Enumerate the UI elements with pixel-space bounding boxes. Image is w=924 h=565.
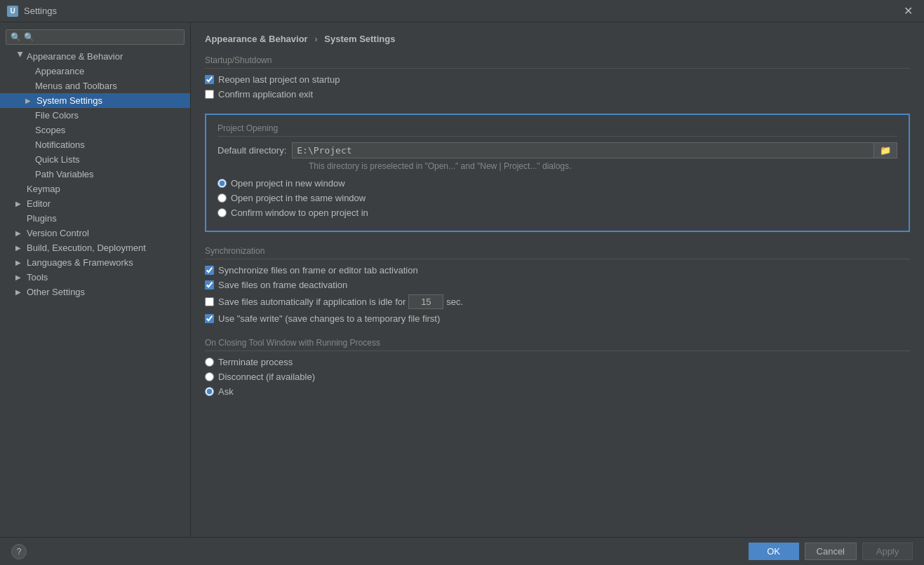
default-dir-label: Default directory: <box>217 145 286 156</box>
default-dir-input[interactable] <box>292 142 874 158</box>
sidebar-item-system-settings[interactable]: ▶ System Settings <box>0 93 190 108</box>
expand-arrow-icon: ▶ <box>17 52 25 62</box>
breadcrumb-separator: › <box>314 34 317 44</box>
sidebar-item-label: Build, Execution, Deployment <box>27 243 146 253</box>
sidebar-item-label: Quick Lists <box>35 154 80 165</box>
reopen-project-row: Reopen last project on startup <box>205 74 910 85</box>
open-new-window-label: Open project in new window <box>231 178 345 189</box>
expand-arrow-icon: ▶ <box>15 288 25 296</box>
sidebar-item-quick-lists[interactable]: Quick Lists <box>0 152 190 167</box>
save-idle-row: Save files automatically if application … <box>205 294 910 309</box>
cancel-button[interactable]: Cancel <box>805 543 857 560</box>
default-dir-input-wrapper: 📁 <box>292 142 897 158</box>
sidebar-item-file-colors[interactable]: File Colors <box>0 108 190 123</box>
sidebar-item-label: Languages & Frameworks <box>27 257 133 268</box>
browse-button[interactable]: 📁 <box>874 142 897 158</box>
open-same-window-radio[interactable] <box>217 193 227 203</box>
sync-files-label: Synchronize files on frame or editor tab… <box>218 265 418 275</box>
project-opening-section: Project Opening Default directory: 📁 Thi… <box>205 114 910 232</box>
save-idle-label: Save files automatically if application … <box>218 297 406 307</box>
sidebar-item-label: Appearance <box>35 66 84 76</box>
ask-label: Ask <box>218 386 234 397</box>
expand-arrow-icon: ▶ <box>15 273 25 281</box>
confirm-exit-row: Confirm application exit <box>205 89 910 100</box>
sidebar-item-label: System Settings <box>36 95 102 106</box>
sidebar-item-keymap[interactable]: ▶ Keymap <box>0 182 190 196</box>
save-deactivation-row: Save files on frame deactivation <box>205 280 910 290</box>
confirm-window-row: Confirm window to open project in <box>217 207 897 218</box>
safe-write-label: Use "safe write" (save changes to a temp… <box>218 313 440 324</box>
sidebar-item-menus-toolbars[interactable]: Menus and Toolbars <box>0 79 190 93</box>
sidebar-item-notifications[interactable]: Notifications <box>0 137 190 152</box>
idle-suffix: sec. <box>446 297 463 307</box>
expand-arrow-icon: ▶ <box>15 244 25 252</box>
confirm-window-radio[interactable] <box>217 208 227 217</box>
sidebar-item-label: Scopes <box>35 125 65 135</box>
sync-files-checkbox[interactable] <box>205 266 214 275</box>
default-dir-hint: This directory is preselected in "Open..… <box>217 161 897 171</box>
startup-shutdown-section: Startup/Shutdown Reopen last project on … <box>205 55 910 100</box>
closing-tool-section: On Closing Tool Window with Running Proc… <box>205 338 910 397</box>
sidebar-item-scopes[interactable]: Scopes <box>0 123 190 137</box>
window-title: Settings <box>24 6 899 16</box>
terminate-radio[interactable] <box>205 358 214 367</box>
save-idle-checkbox[interactable] <box>205 297 214 306</box>
synchronization-section: Synchronization Synchronize files on fra… <box>205 246 910 324</box>
close-button[interactable]: ✕ <box>899 3 917 19</box>
save-deactivation-label: Save files on frame deactivation <box>218 280 347 290</box>
project-opening-title: Project Opening <box>217 123 897 137</box>
confirm-window-label: Confirm window to open project in <box>231 207 368 218</box>
idle-time-input[interactable] <box>408 294 443 309</box>
confirm-exit-label: Confirm application exit <box>218 89 313 100</box>
sidebar-item-label: Notifications <box>35 139 85 150</box>
title-bar: U Settings ✕ <box>0 0 924 22</box>
safe-write-checkbox[interactable] <box>205 314 214 323</box>
confirm-exit-checkbox[interactable] <box>205 90 214 99</box>
breadcrumb-path1: Appearance & Behavior <box>205 34 308 44</box>
app-icon: U <box>7 6 18 17</box>
reopen-project-label: Reopen last project on startup <box>218 74 340 85</box>
ask-row: Ask <box>205 386 910 397</box>
search-input[interactable] <box>24 32 180 42</box>
open-new-window-radio[interactable] <box>217 179 227 188</box>
sidebar-item-version-control[interactable]: ▶ Version Control <box>0 226 190 240</box>
sidebar-item-label: Appearance & Behavior <box>27 51 123 62</box>
save-deactivation-checkbox[interactable] <box>205 280 214 290</box>
content-area: Appearance & Behavior › System Settings … <box>191 22 924 537</box>
sidebar-item-label: Version Control <box>27 228 89 238</box>
sidebar-item-build-execution[interactable]: ▶ Build, Execution, Deployment <box>0 240 190 255</box>
expand-arrow-icon: ▶ <box>15 200 25 207</box>
sidebar-item-label: Tools <box>27 272 48 282</box>
expand-arrow-icon: ▶ <box>15 259 25 266</box>
sync-files-row: Synchronize files on frame or editor tab… <box>205 265 910 275</box>
search-box[interactable]: 🔍 <box>6 29 185 45</box>
sidebar-item-tools[interactable]: ▶ Tools <box>0 270 190 285</box>
ok-button[interactable]: OK <box>749 543 799 560</box>
disconnect-radio[interactable] <box>205 372 214 381</box>
sidebar-item-path-variables[interactable]: Path Variables <box>0 167 190 182</box>
disconnect-row: Disconnect (if available) <box>205 372 910 382</box>
safe-write-row: Use "safe write" (save changes to a temp… <box>205 313 910 324</box>
terminate-label: Terminate process <box>218 357 293 367</box>
sidebar-item-label: Editor <box>27 198 51 209</box>
expand-arrow-icon: ▶ <box>15 229 25 237</box>
sidebar-item-other-settings[interactable]: ▶ Other Settings <box>0 285 190 299</box>
ask-radio[interactable] <box>205 387 214 396</box>
reopen-project-checkbox[interactable] <box>205 75 214 84</box>
default-dir-row: Default directory: 📁 <box>217 142 897 158</box>
sidebar-item-appearance-behavior[interactable]: ▶ Appearance & Behavior <box>0 49 190 64</box>
open-new-window-row: Open project in new window <box>217 178 897 189</box>
closing-tool-title: On Closing Tool Window with Running Proc… <box>205 338 910 351</box>
terminate-process-row: Terminate process <box>205 357 910 367</box>
sidebar: 🔍 ▶ Appearance & Behavior Appearance Men… <box>0 22 191 537</box>
sidebar-item-languages-frameworks[interactable]: ▶ Languages & Frameworks <box>0 255 190 270</box>
sidebar-item-plugins[interactable]: ▶ Plugins <box>0 211 190 226</box>
disconnect-label: Disconnect (if available) <box>218 372 315 382</box>
sidebar-item-label: Plugins <box>27 213 57 224</box>
sidebar-item-appearance[interactable]: Appearance <box>0 64 190 79</box>
apply-button[interactable]: Apply <box>862 543 913 560</box>
help-button[interactable]: ? <box>11 544 27 559</box>
sidebar-item-label: Menus and Toolbars <box>35 81 117 91</box>
sidebar-item-label: Other Settings <box>27 287 85 297</box>
sidebar-item-editor[interactable]: ▶ Editor <box>0 196 190 211</box>
